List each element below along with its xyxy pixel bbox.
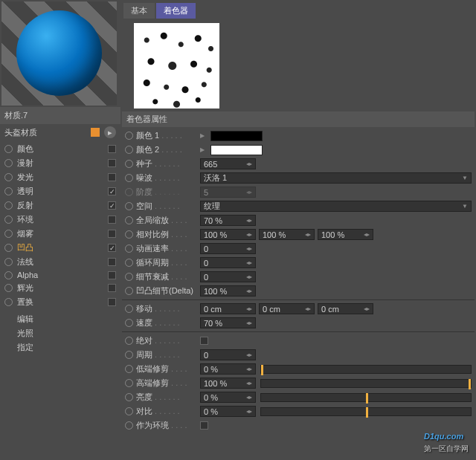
radio-icon[interactable]	[125, 351, 133, 359]
radio-icon	[125, 188, 133, 196]
speed-input[interactable]: 70 %◂▸	[200, 317, 256, 328]
space-dropdown[interactable]: 纹理▼	[200, 201, 472, 212]
radio-icon[interactable]	[125, 287, 133, 295]
extra-row[interactable]: 光照	[0, 326, 120, 340]
triangle-icon[interactable]: ▶	[200, 146, 208, 153]
radio-icon[interactable]	[4, 159, 13, 167]
anim-speed-input[interactable]: 0◂▸	[200, 243, 256, 254]
channel-row[interactable]: 漫射	[0, 156, 120, 170]
radio-icon[interactable]	[125, 379, 133, 387]
low-clip-input[interactable]: 0 %◂▸	[200, 363, 256, 375]
relscale-z[interactable]: 100 %◂▸	[318, 229, 373, 240]
extra-row[interactable]: 编辑	[0, 312, 120, 326]
radio-icon[interactable]	[4, 258, 13, 266]
channel-checkbox[interactable]	[108, 216, 116, 224]
channel-checkbox[interactable]	[108, 298, 116, 306]
radio-icon[interactable]	[125, 160, 133, 168]
brightness-input[interactable]: 0 %◂▸	[200, 392, 256, 403]
color1-swatch[interactable]	[210, 131, 263, 141]
radio-icon[interactable]	[4, 145, 13, 153]
radio-icon[interactable]	[125, 365, 133, 373]
radio-icon[interactable]	[125, 202, 133, 210]
channel-checkbox[interactable]	[108, 258, 116, 266]
radio-icon[interactable]	[4, 216, 13, 224]
channel-checkbox[interactable]: ✓	[108, 244, 116, 252]
channel-row[interactable]: 颜色	[0, 142, 120, 156]
radio-icon[interactable]	[125, 216, 133, 224]
tab-basic[interactable]: 基本	[123, 3, 155, 19]
radio-icon[interactable]	[125, 319, 133, 327]
radio-icon[interactable]	[4, 244, 13, 252]
channel-row[interactable]: 辉光	[0, 281, 120, 295]
material-header-label: 头盔材质	[4, 127, 37, 138]
radio-icon[interactable]	[125, 407, 133, 415]
high-clip-slider[interactable]	[260, 379, 472, 388]
radio-icon[interactable]	[125, 273, 133, 281]
radio-icon[interactable]	[125, 421, 133, 430]
radio-icon[interactable]	[125, 259, 133, 267]
triangle-icon[interactable]: ▶	[200, 132, 208, 139]
channel-checkbox[interactable]	[108, 230, 116, 238]
radio-icon[interactable]	[125, 132, 133, 140]
channel-row[interactable]: 反射✓	[0, 198, 120, 213]
arrow-icon[interactable]: ▸	[104, 126, 116, 138]
color2-swatch[interactable]	[210, 145, 263, 155]
seed-input[interactable]: 665◂▸	[200, 158, 256, 169]
radio-icon[interactable]	[4, 298, 13, 306]
delta-input[interactable]: 100 %◂▸	[200, 285, 256, 297]
cycles-input[interactable]: 0◂▸	[200, 349, 256, 360]
extra-row[interactable]: 指定	[0, 340, 120, 354]
contrast-input[interactable]: 0 %◂▸	[200, 406, 256, 417]
radio-icon[interactable]	[4, 230, 13, 238]
relscale-x[interactable]: 100 %◂▸	[200, 229, 256, 240]
channel-row[interactable]: 置换	[0, 295, 120, 309]
noise-dropdown[interactable]: 沃洛 1▼	[200, 172, 472, 184]
channel-row[interactable]: 凹凸✓	[0, 241, 120, 255]
radio-icon[interactable]	[4, 187, 13, 195]
material-swatch[interactable]	[91, 128, 100, 137]
radio-icon[interactable]	[125, 244, 133, 253]
global-scale-input[interactable]: 70 %◂▸	[200, 215, 256, 226]
move-x[interactable]: 0 cm◂▸	[200, 303, 256, 314]
move-z[interactable]: 0 cm◂▸	[318, 303, 373, 314]
channel-row[interactable]: 烟雾	[0, 227, 120, 241]
relscale-y[interactable]: 100 %◂▸	[259, 229, 315, 240]
channel-row[interactable]: 法线	[0, 255, 120, 269]
row-octaves: 阶度 . . . . . . 5◂▸	[122, 185, 475, 199]
channel-row[interactable]: Alpha	[0, 269, 120, 281]
tab-shader[interactable]: 着色器	[156, 3, 196, 19]
high-clip-input[interactable]: 100 %◂▸	[200, 378, 256, 389]
brightness-slider[interactable]	[260, 393, 472, 402]
radio-icon[interactable]	[4, 173, 13, 181]
channel-checkbox[interactable]	[108, 284, 116, 292]
radio-icon[interactable]	[125, 393, 133, 401]
radio-icon[interactable]	[125, 230, 133, 239]
channel-checkbox[interactable]	[108, 271, 116, 279]
channel-row[interactable]: 发光	[0, 170, 120, 184]
extra-label: 光照	[17, 328, 116, 339]
radio-icon[interactable]	[125, 305, 133, 313]
channel-row[interactable]: 透明✓	[0, 184, 120, 198]
channel-checkbox[interactable]	[108, 173, 116, 181]
shader-preview[interactable]	[134, 23, 219, 108]
move-y[interactable]: 0 cm◂▸	[259, 303, 315, 314]
radio-icon[interactable]	[4, 201, 13, 210]
channel-checkbox[interactable]	[108, 145, 116, 153]
channel-checkbox[interactable]: ✓	[108, 201, 116, 210]
contrast-slider[interactable]	[260, 407, 472, 416]
detail-atten-input[interactable]: 0◂▸	[200, 271, 256, 282]
radio-icon[interactable]	[125, 146, 133, 154]
material-name[interactable]: 材质.7	[0, 107, 120, 124]
channel-checkbox[interactable]	[108, 159, 116, 167]
radio-icon[interactable]	[125, 174, 133, 182]
absolute-checkbox[interactable]	[200, 337, 208, 345]
channel-checkbox[interactable]: ✓	[108, 187, 116, 195]
channel-row[interactable]: 环境	[0, 213, 120, 227]
radio-icon[interactable]	[4, 271, 13, 279]
as-env-checkbox[interactable]	[200, 421, 208, 430]
row-absolute: 绝对 . . . . . .	[122, 334, 475, 348]
loop-period-input[interactable]: 0◂▸	[200, 257, 256, 268]
low-clip-slider[interactable]	[260, 365, 472, 374]
radio-icon[interactable]	[125, 337, 133, 345]
radio-icon[interactable]	[4, 284, 13, 292]
